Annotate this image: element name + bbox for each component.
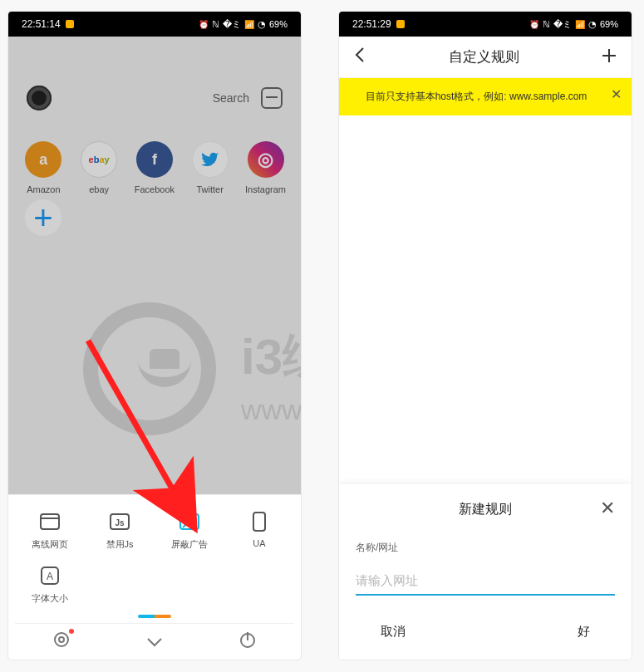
plus-icon	[602, 48, 617, 63]
svg-rect-8	[253, 513, 265, 531]
tool-offline-pages[interactable]: 离线网页	[15, 507, 85, 561]
status-indicator-icon	[396, 20, 405, 28]
svg-point-12	[59, 637, 64, 642]
status-bar: 22:51:14 ℕ �ミ ◔ 69%	[8, 12, 301, 37]
svg-point-11	[55, 633, 68, 646]
notification-dot-icon	[69, 629, 74, 634]
brave-lion-icon[interactable]	[27, 86, 52, 110]
shortcut-facebook[interactable]: f Facebook	[135, 141, 175, 194]
chevron-down-icon	[146, 637, 163, 647]
battery-text: 69%	[600, 19, 618, 29]
modal-title: 新建规则	[459, 501, 512, 518]
alarm-icon	[199, 19, 209, 29]
tools-bottom-sheet: 离线网页 Js 禁用Js AD 屏蔽广告 UA	[8, 494, 301, 660]
status-time: 22:51:14	[22, 18, 61, 30]
close-modal-button[interactable]: ✕	[600, 498, 615, 519]
battery-icon: ◔	[258, 19, 266, 30]
alarm-icon	[529, 19, 539, 29]
search-label: Search	[213, 91, 249, 105]
power-icon	[238, 630, 257, 649]
back-button[interactable]	[354, 47, 366, 68]
status-indicator-icon	[66, 20, 74, 28]
add-rule-button[interactable]	[602, 47, 617, 68]
bottom-navbar	[15, 623, 294, 660]
phone-right: 22:51:29 ℕ �ミ ◔ 69% 自定义规则 目前只支持基本host格式，…	[339, 12, 632, 660]
tool-disable-js[interactable]: Js 禁用Js	[85, 507, 155, 561]
nav-exit-button[interactable]	[238, 630, 257, 653]
status-time: 22:51:29	[352, 18, 391, 30]
cancel-button[interactable]: 取消	[381, 624, 406, 640]
phone-icon	[247, 512, 272, 532]
wifi-icon: �ミ	[223, 18, 241, 31]
window-icon	[37, 512, 62, 532]
battery-text: 69%	[269, 19, 288, 29]
signal-icon	[244, 19, 254, 29]
twitter-bird-icon	[201, 150, 219, 169]
svg-rect-1	[41, 514, 59, 529]
ok-button[interactable]: 好	[578, 624, 590, 640]
info-banner: 目前只支持基本host格式，例如: www.sample.com ✕	[339, 78, 632, 115]
nfc-icon: ℕ	[543, 19, 550, 30]
svg-text:Js: Js	[115, 518, 125, 527]
qr-scan-icon[interactable]	[261, 87, 283, 109]
url-input[interactable]	[356, 565, 615, 596]
close-banner-button[interactable]: ✕	[611, 86, 622, 102]
battery-icon: ◔	[588, 19, 597, 30]
shortcut-amazon[interactable]: a Amazon	[23, 141, 64, 194]
nfc-icon: ℕ	[212, 19, 219, 30]
info-banner-text: 目前只支持基本host格式，例如: www.sample.com	[366, 91, 587, 102]
signal-icon	[575, 19, 585, 29]
shortcut-ebay[interactable]: ebay ebay	[79, 141, 120, 194]
shortcut-twitter[interactable]: Twitter	[189, 141, 230, 194]
wifi-icon: �ミ	[553, 18, 572, 31]
page-header: 自定义规则	[339, 37, 632, 78]
tool-font-size[interactable]: A 字体大小	[15, 561, 85, 615]
nav-settings-button[interactable]	[52, 630, 71, 653]
status-bar: 22:51:29 ℕ �ミ ◔ 69%	[339, 12, 632, 37]
js-icon: Js	[107, 512, 132, 532]
phone-left: 22:51:14 ℕ �ミ ◔ 69% Search a Amazon	[8, 12, 301, 660]
shortcut-instagram[interactable]: ◎ Instagram	[245, 141, 286, 194]
add-shortcut-button[interactable]: +	[25, 199, 61, 236]
new-rule-modal: 新建规则 ✕ 名称/网址 取消 好	[339, 484, 632, 660]
font-size-icon: A	[37, 566, 62, 586]
field-label: 名称/网址	[356, 541, 615, 555]
search-bar[interactable]: Search	[8, 68, 301, 128]
plus-icon: +	[25, 199, 61, 236]
shortcut-row: a Amazon ebay ebay f Facebook Twitter ◎ …	[8, 141, 301, 194]
tool-adblock[interactable]: AD 屏蔽广告	[155, 507, 224, 561]
svg-text:A: A	[47, 571, 53, 582]
chevron-left-icon	[354, 47, 366, 63]
page-title: 自定义规则	[449, 47, 519, 66]
sheet-handle-icon[interactable]	[138, 615, 171, 618]
nav-collapse-button[interactable]	[146, 632, 163, 651]
adblock-icon: AD	[177, 512, 202, 532]
tool-ua[interactable]: UA	[224, 507, 294, 561]
